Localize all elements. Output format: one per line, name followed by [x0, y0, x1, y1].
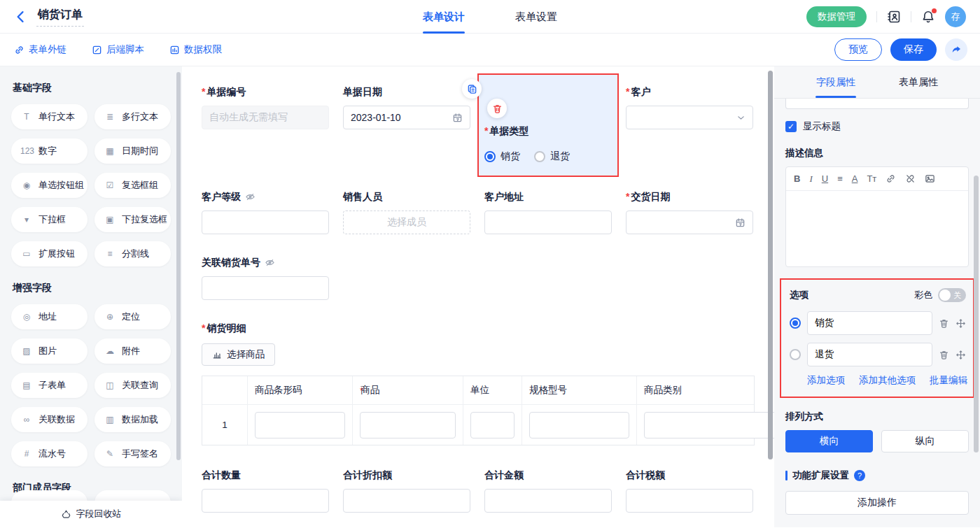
italic-icon[interactable]: I: [809, 173, 812, 185]
sidebar-field-pill[interactable]: ✎手写签名: [94, 441, 171, 466]
detail-cell-input[interactable]: [644, 412, 774, 438]
contact-book-icon[interactable]: [887, 10, 901, 24]
avatar[interactable]: 存: [945, 6, 966, 27]
customer-address-input[interactable]: [484, 211, 612, 234]
sidebar-field-pill[interactable]: T单行文本: [11, 104, 88, 129]
total-input[interactable]: [202, 489, 329, 513]
underline-icon[interactable]: U: [822, 173, 828, 184]
bill-type-option[interactable]: 销货: [484, 150, 520, 163]
align-icon[interactable]: ≡: [837, 173, 843, 184]
field-title-input-cropped[interactable]: [785, 99, 969, 109]
delete-field-button[interactable]: [487, 99, 507, 118]
back-icon[interactable]: [14, 10, 28, 24]
radio-checked-icon[interactable]: [790, 317, 801, 329]
detail-cell-input[interactable]: [529, 412, 629, 438]
sidebar-field-pill[interactable]: ◎地址: [11, 304, 88, 329]
save-button[interactable]: 保存: [890, 38, 937, 61]
field-customer[interactable]: *客户: [626, 85, 753, 169]
delete-option-icon[interactable]: [939, 350, 949, 360]
sidebar-field-pill[interactable]: #流水号: [11, 441, 88, 466]
sidebar-field-pill[interactable]: ◫关联查询: [94, 373, 171, 398]
checkbox-checked-icon[interactable]: ✓: [785, 121, 797, 132]
sidebar-field-pill[interactable]: ∞关联数据: [11, 407, 88, 432]
form-title-editable[interactable]: 销货订单: [36, 6, 84, 27]
move-option-icon[interactable]: [955, 350, 966, 360]
canvas-scrollbar[interactable]: [768, 71, 773, 459]
toolbar-link-数据权限[interactable]: 数据权限: [169, 43, 222, 56]
editor-textarea[interactable]: [786, 191, 968, 266]
bold-icon[interactable]: B: [794, 173, 800, 184]
tab-form-design[interactable]: 表单设计: [423, 0, 465, 34]
sidebar-scrollbar[interactable]: [176, 72, 181, 460]
form-canvas[interactable]: *单据编号 自动生成无需填写 单据日期 2023-01-10: [182, 66, 774, 527]
share-button[interactable]: [945, 38, 967, 61]
sidebar-field-pill[interactable]: ▾下拉框: [11, 207, 88, 232]
sidebar-field-pill[interactable]: ▭扩展按钮: [11, 241, 88, 266]
field-sales-detail[interactable]: *销货明细 选择商品 商品条形码*商品单位规格型号商品类别1: [202, 321, 774, 445]
field-合计折扣额[interactable]: 合计折扣额: [343, 468, 470, 513]
tab-form-settings[interactable]: 表单设置: [515, 0, 557, 34]
option-link-批量编辑[interactable]: 批量编辑: [930, 374, 967, 387]
sidebar-field-pill[interactable]: ≣多行文本: [94, 104, 171, 129]
color-toggle-off[interactable]: 关: [938, 288, 966, 302]
detail-cell-input[interactable]: [360, 412, 456, 438]
option-link-添加选项[interactable]: 添加选项: [807, 374, 845, 387]
detail-cell-input[interactable]: [470, 412, 514, 438]
bill-type-option[interactable]: 退货: [534, 150, 570, 163]
sidebar-field-pill[interactable]: ◉单选按钮组: [11, 173, 88, 198]
radio-checked-icon[interactable]: [484, 151, 496, 162]
show-title-checkbox-row[interactable]: ✓ 显示标题: [785, 120, 969, 133]
delete-option-icon[interactable]: [939, 318, 949, 329]
horizontal-button[interactable]: 横向: [785, 430, 873, 452]
radio-unchecked-icon[interactable]: [534, 151, 545, 162]
customer-level-input[interactable]: [202, 211, 329, 234]
data-manage-button[interactable]: 数据管理: [806, 6, 867, 27]
field-合计金额[interactable]: 合计金额: [484, 468, 612, 513]
field-合计数量[interactable]: 合计数量: [202, 468, 329, 513]
select-product-button[interactable]: 选择商品: [202, 343, 275, 366]
sidebar-field-pill[interactable]: ☑复选框组: [94, 173, 171, 198]
radio-unchecked-icon[interactable]: [790, 349, 801, 360]
unlink-icon[interactable]: [905, 173, 916, 184]
preview-button[interactable]: 预览: [834, 38, 882, 61]
bill-date-input[interactable]: 2023-01-10: [343, 106, 470, 129]
sidebar-field-pill[interactable]: ▤子表单: [11, 373, 88, 398]
panel-scrollbar[interactable]: [974, 176, 979, 452]
field-bill-date[interactable]: 单据日期 2023-01-10: [343, 85, 470, 169]
option-label-input[interactable]: [807, 343, 932, 366]
copy-field-button[interactable]: [462, 79, 482, 99]
toolbar-link-表单外链[interactable]: 表单外链: [14, 43, 66, 56]
option-link-添加其他选项[interactable]: 添加其他选项: [859, 374, 916, 387]
field-bill-no[interactable]: *单据编号 自动生成无需填写: [202, 85, 329, 169]
detail-cell-input[interactable]: [255, 412, 345, 438]
total-input[interactable]: [343, 489, 470, 513]
total-input[interactable]: [484, 489, 612, 513]
tab-field-properties[interactable]: 字段属性: [816, 66, 855, 98]
tab-form-properties[interactable]: 表单属性: [899, 66, 938, 98]
font-size-icon[interactable]: Tт: [867, 173, 876, 184]
sidebar-field-pill[interactable]: ▥数据加载: [94, 407, 171, 432]
help-icon[interactable]: ?: [854, 470, 865, 481]
font-color-icon[interactable]: A: [852, 173, 858, 184]
delivery-date-input[interactable]: [626, 211, 753, 234]
sidebar-field-pill[interactable]: ▦日期时间: [94, 138, 171, 164]
insert-image-icon[interactable]: [925, 173, 935, 184]
sidebar-field-pill[interactable]: ≡分割线: [94, 241, 171, 266]
customer-select[interactable]: [626, 106, 753, 129]
salesperson-picker[interactable]: 选择成员: [343, 211, 470, 234]
add-action-button[interactable]: 添加操作: [785, 491, 969, 515]
field-customer-address[interactable]: 客户地址: [484, 190, 612, 234]
field-delivery-date[interactable]: *交货日期: [626, 190, 753, 234]
vertical-button[interactable]: 纵向: [881, 430, 969, 452]
notification-bell-icon[interactable]: [921, 10, 935, 24]
field-recycle-bin[interactable]: 字段回收站: [0, 501, 182, 527]
field-customer-level[interactable]: 客户等级: [202, 190, 329, 234]
option-label-input[interactable]: [807, 311, 932, 335]
sidebar-field-pill[interactable]: 123数字: [11, 138, 88, 164]
toolbar-link-后端脚本[interactable]: 后端脚本: [92, 43, 144, 56]
sidebar-field-pill[interactable]: ▣下拉复选框: [94, 207, 171, 232]
sidebar-field-pill[interactable]: ⊕定位: [94, 304, 171, 329]
field-salesperson[interactable]: 销售人员 选择成员: [343, 190, 470, 234]
field-合计税额[interactable]: 合计税额: [626, 468, 753, 513]
field-related-bill-no[interactable]: 关联销货单号: [202, 255, 329, 300]
